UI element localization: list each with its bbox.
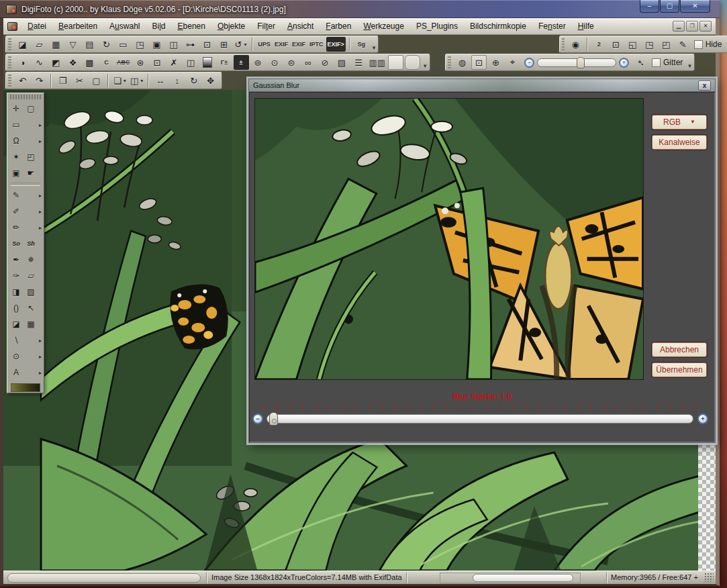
eraser-icon[interactable]: ▱ <box>23 268 38 283</box>
slider-decrease-button[interactable]: − <box>252 413 263 424</box>
menu-bild[interactable]: Bild <box>146 19 171 34</box>
eye-icon[interactable]: ⊙ <box>267 55 283 70</box>
menu-auswahl[interactable]: Auswahl <box>103 19 146 34</box>
filmstrip-icon[interactable]: ▤ <box>82 37 97 52</box>
reload-image-icon[interactable]: ↻ <box>99 37 114 52</box>
flyout-arrow-icon[interactable]: ▸ <box>39 138 42 144</box>
save-tool-icon[interactable]: ▣ <box>9 166 23 181</box>
push-hand-icon[interactable]: ☛ <box>23 166 38 181</box>
paintbrush-icon[interactable]: ✐ <box>9 204 23 219</box>
mdi-minimize-button[interactable]: ▁ <box>673 21 685 32</box>
copy-icon[interactable]: ❐ <box>55 73 70 88</box>
exif-edit-button[interactable]: EXIF <box>291 37 307 52</box>
dark-eye-icon[interactable]: ⊘ <box>318 55 333 70</box>
batch-filter-icon[interactable]: ▽ <box>65 37 81 52</box>
flyout-arrow-icon[interactable]: ▸ <box>39 370 42 376</box>
quill-icon[interactable]: ✑ <box>9 268 23 283</box>
foreground-color-swatch[interactable] <box>11 383 40 392</box>
preview-box-icon[interactable]: ⊡ <box>471 55 487 70</box>
checker-pattern-icon[interactable]: ▦ <box>23 317 38 332</box>
pattern-eraser-icon[interactable]: ◪ <box>9 317 23 332</box>
parentheses-icon[interactable]: () <box>9 301 23 315</box>
undo-icon[interactable]: ↶ <box>15 73 30 88</box>
gitter-checkbox-box[interactable] <box>652 58 661 67</box>
menu-farben[interactable]: Farben <box>320 19 357 34</box>
frame-icon[interactable]: ⊡ <box>150 55 165 70</box>
direct-select-icon[interactable]: ↖ <box>23 301 38 315</box>
monitor-top-icon[interactable]: ◰ <box>659 37 674 52</box>
dialog-close-button[interactable]: x <box>698 81 711 91</box>
picture-icon[interactable]: ◫ <box>183 55 199 70</box>
menu-ansicht[interactable]: Ansicht <box>281 19 320 34</box>
redo-icon[interactable]: ↷ <box>32 73 47 88</box>
flyout-arrow-icon[interactable]: ▸ <box>39 193 42 199</box>
close-button[interactable]: ✕ <box>680 0 710 13</box>
slider-track[interactable] <box>266 414 693 424</box>
multi-brush-icon[interactable]: ✏ <box>9 220 23 235</box>
save-icon[interactable]: ▣ <box>149 37 164 52</box>
exif-export-button[interactable]: EXIF> <box>326 37 346 52</box>
flyout-arrow-icon[interactable]: ▸ <box>39 338 42 344</box>
lasso-icon[interactable]: Ω <box>9 134 23 148</box>
cancel-button[interactable]: Abbrechen <box>652 342 707 357</box>
maximize-button[interactable]: ▢ <box>660 0 679 13</box>
text-tool-icon[interactable]: A <box>9 365 23 380</box>
copy-files-icon[interactable]: ◫ <box>166 37 181 52</box>
mosaic-icon[interactable]: ▩ <box>82 55 97 70</box>
open-folder-icon[interactable]: ▱ <box>32 37 47 52</box>
camera-icon[interactable]: ◉ <box>568 37 583 52</box>
halftone-icon[interactable]: ▨ <box>334 55 350 70</box>
zoom-in-icon[interactable]: ⊕ <box>488 55 503 70</box>
crop-icon[interactable]: ◰ <box>23 150 38 164</box>
red-eye-icon[interactable]: ⊙ <box>9 349 23 364</box>
mdi-restore-button[interactable]: ❐ <box>686 21 698 32</box>
round-style-button[interactable] <box>405 55 420 70</box>
airbrush-icon[interactable]: ✵ <box>23 252 38 267</box>
flyout-arrow-icon[interactable]: ▸ <box>39 354 42 360</box>
menu-filter[interactable]: Filter <box>251 19 281 34</box>
menu-fenster[interactable]: Fenster <box>532 19 572 34</box>
flip-vertical-icon[interactable]: ↕ <box>169 73 185 88</box>
clone-stamp-icon[interactable]: ▨ <box>23 285 38 299</box>
script-tool-button[interactable]: Sg <box>354 37 369 52</box>
thumbnail-browser-icon[interactable]: ▦ <box>48 37 64 52</box>
zoom-region-icon[interactable]: ⌖ <box>505 55 520 70</box>
rotate-icon[interactable]: ↺▾ <box>233 37 248 52</box>
monitor-right-icon[interactable]: ◳ <box>642 37 657 52</box>
palette-grip[interactable] <box>10 95 41 99</box>
eyedropper-icon[interactable]: ∖ <box>9 333 23 348</box>
paste-icon[interactable]: ❏▾ <box>112 73 128 88</box>
screen-capture-icon[interactable]: ⊡ <box>199 37 215 52</box>
gamma-button[interactable]: Γ± <box>217 55 232 70</box>
flyout-arrow-icon[interactable]: ▸ <box>39 122 42 128</box>
hide-checkbox-box[interactable] <box>694 40 703 49</box>
hatch-brush-icon[interactable]: ✎ <box>9 188 23 203</box>
rotate-canvas-icon[interactable]: ↻ <box>186 73 201 88</box>
shading-icon[interactable]: ◩ <box>48 55 64 70</box>
toolbar-grip[interactable] <box>8 38 11 50</box>
iptc-button[interactable]: IPTC <box>308 37 325 52</box>
gitter-checkbox[interactable]: Gitter <box>652 58 683 67</box>
resize-grip[interactable] <box>704 573 714 582</box>
mdi-close-button[interactable]: ✕ <box>699 21 712 32</box>
flyout-arrow-icon[interactable]: ▸ <box>39 209 42 215</box>
effects-icon[interactable]: ❖ <box>65 55 81 70</box>
crop-frame-icon[interactable]: ▢ <box>89 73 104 88</box>
abc-button[interactable]: ABC <box>115 55 132 70</box>
key-icon[interactable]: ⊶ <box>183 37 198 52</box>
toolbar-grip[interactable] <box>448 56 451 68</box>
monitor-left-icon[interactable]: ◱ <box>625 37 640 52</box>
folder-open-icon[interactable]: ◳ <box>132 37 148 52</box>
pick-tool-icon[interactable]: ➴ <box>633 55 648 70</box>
dialog-titlebar[interactable]: Gaussian Blur x <box>249 79 715 92</box>
slider-handle[interactable] <box>269 412 278 426</box>
exif-button[interactable]: EXIF <box>273 37 289 52</box>
marquee-select-icon[interactable]: ▭ <box>9 117 23 132</box>
blank-style-button[interactable] <box>388 55 403 70</box>
sharpen-brush-button[interactable]: Sh <box>23 236 38 251</box>
toolbar-overflow-button[interactable]: ▾ <box>688 62 691 70</box>
menu-werkzeuge[interactable]: Werkzeuge <box>357 19 409 34</box>
zoom-slider-thumb[interactable] <box>577 57 585 68</box>
apply-button[interactable]: Übernehmen <box>652 362 707 377</box>
ups-button[interactable]: UPS <box>256 37 272 52</box>
